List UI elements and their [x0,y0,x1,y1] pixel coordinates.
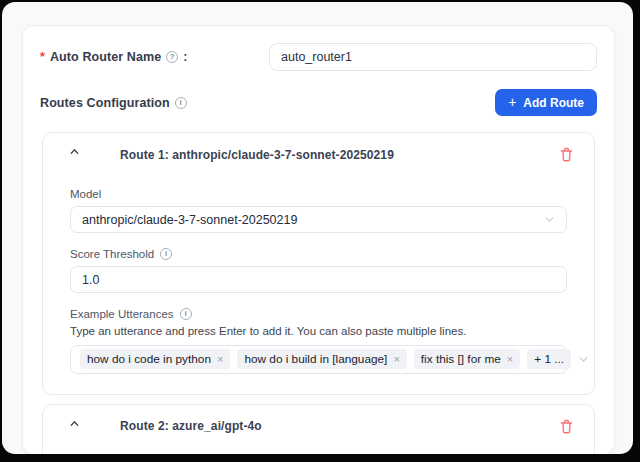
collapse-chevron-up-icon[interactable] [69,418,80,429]
info-circle-icon[interactable]: i [160,248,172,260]
tag-close-icon[interactable]: × [217,354,223,365]
label-colon: : [183,50,187,64]
chevron-up-icon [69,146,80,157]
example-utterances-label: Example Utterances i [70,308,567,320]
utterance-tag[interactable]: how do i code in python × [80,349,230,369]
route-1-header[interactable]: Route 1: anthropic/claude-3-7-sonnet-202… [43,133,594,174]
delete-route-2-button[interactable] [560,419,573,434]
chevron-down-icon [544,214,555,225]
model-label-text: Model [70,188,101,200]
collapse-chevron-up-icon[interactable] [69,146,80,157]
utterance-tag-text: fix this [] for me [421,352,501,366]
model-label: Model [70,188,567,200]
utterance-tag[interactable]: how do i build in [language] × [237,349,406,369]
delete-route-1-button[interactable] [560,147,573,162]
utterance-tag-text: how do i code in python [87,352,211,366]
route-2-title: Route 2: azure_ai/gpt-4o [120,419,262,433]
utterance-overflow-text: + 1 ... [534,352,564,366]
route-2-panel: Route 2: azure_ai/gpt-4o [42,404,595,454]
tag-close-icon[interactable]: × [393,354,399,365]
add-route-button-label: Add Route [523,96,584,110]
utterances-helper-text: Type an utterance and press Enter to add… [70,325,567,339]
tag-close-icon[interactable]: × [507,354,513,365]
route-1-panel: Route 1: anthropic/claude-3-7-sonnet-202… [42,132,595,395]
example-utterances-label-text: Example Utterances [70,308,174,320]
required-asterisk: * [40,50,45,64]
model-select-value: anthropic/claude-3-7-sonnet-20250219 [82,213,297,227]
tags-dropdown-chevron [578,354,589,365]
utterance-tag[interactable]: fix this [] for me × [414,349,520,369]
app-window: * Auto Router Name ? : Routes Configurat… [2,2,633,454]
routes-configuration-row: Routes Configuration i + Add Route [40,89,597,116]
model-select[interactable]: anthropic/claude-3-7-sonnet-20250219 [70,206,567,233]
auto-router-name-row: * Auto Router Name ? : [40,43,597,71]
trash-icon [560,419,573,434]
chevron-up-icon [69,418,80,429]
route-1-body: Model anthropic/claude-3-7-sonnet-202502… [43,174,594,394]
info-circle-icon[interactable]: i [180,308,192,320]
plus-icon: + [508,94,516,110]
utterance-overflow-tag[interactable]: + 1 ... [527,349,571,369]
trash-icon [560,147,573,162]
utterance-tag-text: how do i build in [language] [244,352,387,366]
info-circle-icon[interactable]: i [175,97,187,109]
chevron-down-icon [578,354,589,365]
score-threshold-input[interactable] [70,266,567,293]
route-1-title: Route 1: anthropic/claude-3-7-sonnet-202… [120,148,394,162]
auto-router-name-label-text: Auto Router Name [50,50,161,64]
routes-configuration-label: Routes Configuration i [40,96,188,110]
question-circle-icon[interactable]: ? [166,51,178,63]
score-threshold-label: Score Threshold i [70,248,567,260]
add-route-button[interactable]: + Add Route [495,89,597,116]
route-2-header[interactable]: Route 2: azure_ai/gpt-4o [43,405,594,446]
auto-router-name-label: * Auto Router Name ? : [40,50,188,64]
score-threshold-label-text: Score Threshold [70,248,154,260]
auto-router-form-card: * Auto Router Name ? : Routes Configurat… [22,25,615,454]
utterances-tags-input[interactable]: how do i code in python × how do i build… [70,345,567,374]
routes-configuration-label-text: Routes Configuration [40,96,170,110]
auto-router-name-input[interactable] [269,43,597,71]
